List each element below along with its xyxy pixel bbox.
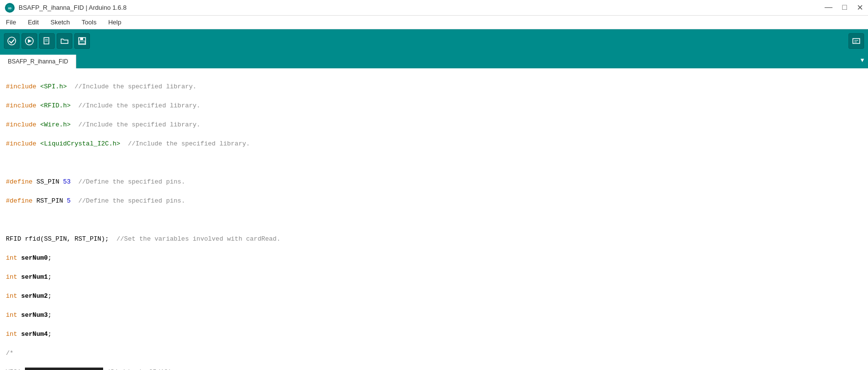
code-line-16: VISA ████████████████████ (Dividend: 05/… — [6, 368, 866, 370]
serial-monitor-button[interactable] — [848, 33, 864, 49]
upload-button[interactable] — [22, 33, 37, 49]
code-line-10: int serNum0; — [6, 253, 866, 263]
menu-edit[interactable]: Edit — [26, 18, 41, 27]
code-line-12: int serNum2; — [6, 291, 866, 301]
app-logo: ∞ — [5, 3, 15, 13]
menu-sketch[interactable]: Sketch — [48, 18, 72, 27]
tab-dropdown-arrow[interactable]: ▼ — [857, 53, 868, 68]
svg-marker-4 — [28, 39, 32, 43]
code-line-2: #include <RFID.h> //Include the specifie… — [6, 101, 866, 111]
code-editor[interactable]: #include <SPI.h> //Include the specified… — [0, 68, 868, 370]
code-line-8 — [6, 215, 866, 225]
maximize-button[interactable]: □ — [842, 3, 847, 12]
verify-button[interactable] — [4, 33, 20, 49]
tab-label: BSAFP_R_ihanna_FID — [8, 58, 68, 65]
toolbar — [0, 29, 868, 53]
window-controls[interactable]: — □ ✕ — [825, 3, 863, 12]
code-line-15: /* — [6, 349, 866, 358]
svg-rect-10 — [79, 41, 85, 43]
code-content: #include <SPI.h> //Include the specified… — [2, 72, 866, 370]
new-button[interactable] — [39, 33, 55, 49]
tab-bar: BSAFP_R_ihanna_FID ▼ — [0, 53, 868, 68]
code-line-9: RFID rfid(SS_PIN, RST_PIN); //Set the va… — [6, 234, 866, 244]
menu-help[interactable]: Help — [106, 18, 123, 27]
menu-tools[interactable]: Tools — [80, 18, 98, 27]
code-line-14: int serNum4; — [6, 329, 866, 339]
svg-rect-11 — [853, 39, 860, 43]
code-line-4: #include <LiquidCrystal_I2C.h> //Include… — [6, 139, 866, 149]
code-line-5 — [6, 158, 866, 168]
code-line-7: #define RST_PIN 5 //Define the specified… — [6, 196, 866, 206]
save-button[interactable] — [74, 33, 90, 49]
title-bar: ∞ BSAFP_R_ihanna_FID | Arduino 1.6.8 — □… — [0, 0, 868, 16]
tab-main[interactable]: BSAFP_R_ihanna_FID — [0, 55, 76, 68]
minimize-button[interactable]: — — [825, 3, 832, 12]
code-line-1: #include <SPI.h> //Include the specified… — [6, 82, 866, 92]
close-button[interactable]: ✕ — [857, 3, 863, 12]
code-line-13: int serNum3; — [6, 310, 866, 320]
code-line-11: int serNum1; — [6, 272, 866, 282]
window-title: BSAFP_R_ihanna_FID | Arduino 1.6.8 — [19, 4, 127, 11]
svg-point-2 — [8, 37, 16, 45]
code-line-6: #define SS_PIN 53 //Define the specified… — [6, 177, 866, 187]
svg-rect-9 — [80, 38, 83, 40]
menu-file[interactable]: File — [4, 18, 18, 27]
code-line-3: #include <Wire.h> //Include the specifie… — [6, 120, 866, 130]
svg-text:∞: ∞ — [8, 5, 11, 11]
menu-bar: File Edit Sketch Tools Help — [0, 16, 868, 29]
open-button[interactable] — [57, 33, 72, 49]
